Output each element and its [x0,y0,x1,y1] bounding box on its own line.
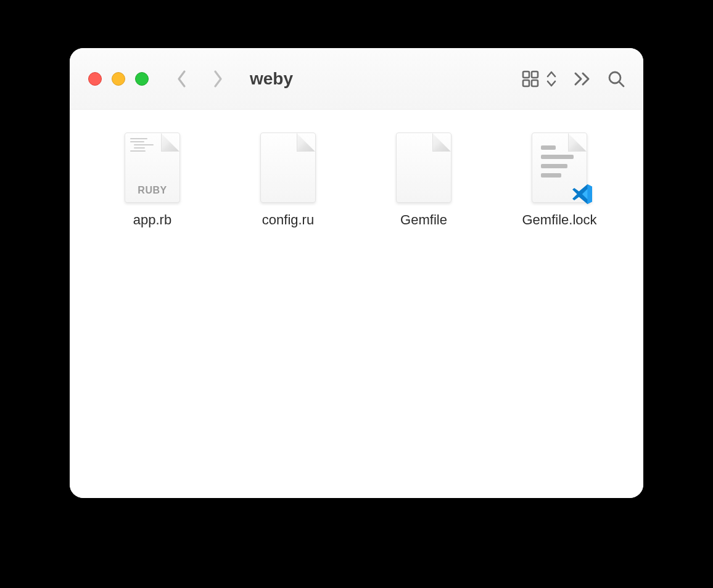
chevron-left-icon [176,70,188,88]
search-icon [608,70,625,88]
file-item-config-ru[interactable]: config.ru [220,127,356,228]
generic-file-icon [257,131,319,205]
svg-rect-0 [523,71,529,78]
nav-arrows [173,70,226,88]
window-title: weby [250,69,293,89]
vscode-doc-file-icon [529,131,590,205]
close-button[interactable] [88,72,102,86]
file-label: config.ru [262,212,314,228]
chevron-right-icon [212,70,223,88]
svg-rect-2 [523,80,529,86]
file-item-app-rb[interactable]: RUBY app.rb [84,127,220,228]
up-down-chevrons-icon [546,70,557,88]
ruby-file-icon: RUBY [122,131,183,205]
svg-rect-1 [532,71,538,78]
vscode-icon [571,182,594,206]
file-label: Gemfile.lock [522,212,596,228]
titlebar: weby [70,48,643,110]
view-switcher[interactable] [521,70,557,88]
file-label: Gemfile [400,212,447,228]
generic-file-icon [393,131,455,205]
file-item-gemfile[interactable]: Gemfile [356,127,492,228]
file-label: app.rb [133,212,171,228]
zoom-button[interactable] [135,72,149,86]
minimize-button[interactable] [112,72,125,86]
finder-window: weby [70,48,643,498]
svg-line-5 [619,82,624,86]
back-button[interactable] [173,70,191,88]
toolbar-right [521,70,625,88]
file-grid: RUBY app.rb config.ru Gemfile [84,127,629,228]
file-grid-area[interactable]: RUBY app.rb config.ru Gemfile [70,110,643,498]
overflow-button[interactable] [573,71,591,86]
grid-view-icon [521,70,540,88]
file-item-gemfile-lock[interactable]: Gemfile.lock [492,127,627,228]
forward-button[interactable] [209,70,226,88]
search-button[interactable] [608,70,625,88]
traffic-lights [88,72,149,86]
svg-rect-3 [532,80,538,86]
double-chevron-right-icon [573,71,591,86]
